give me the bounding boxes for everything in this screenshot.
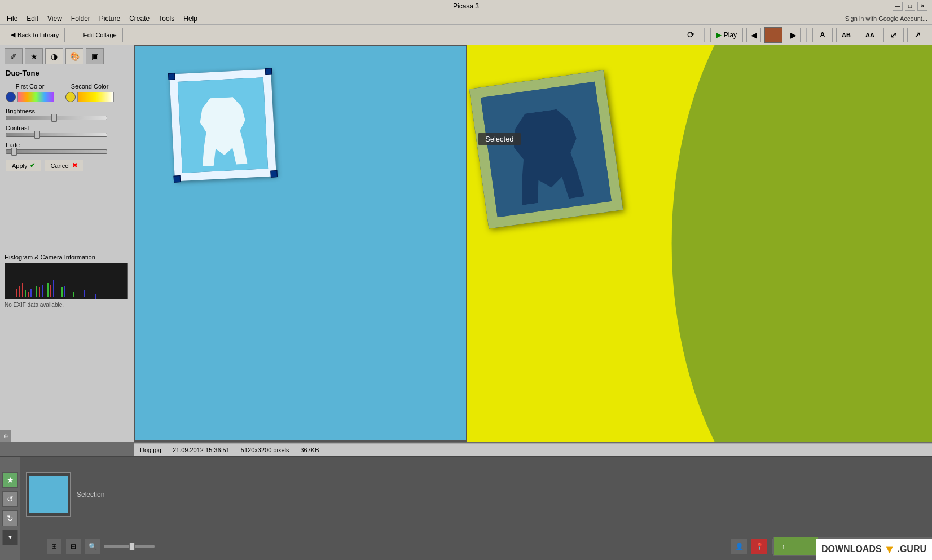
apply-button[interactable]: Apply ✔	[6, 160, 41, 171]
tool-tab-extra[interactable]: ▣	[86, 48, 104, 64]
svg-rect-5	[50, 285, 51, 297]
left-panel: ✐ ★ ◑ 🎨 ▣ Duo-Tone First Color Second Co…	[0, 45, 134, 442]
back-icon: ◀	[11, 31, 15, 38]
prev-button[interactable]: ◀	[746, 28, 761, 42]
status-datetime: 21.09.2012 15:36:51	[173, 447, 230, 453]
svg-rect-1	[19, 286, 20, 297]
x-icon: ✖	[72, 162, 77, 169]
app-title: Picasa 3	[453, 2, 479, 10]
menu-tools[interactable]: Tools	[154, 14, 179, 24]
filmstrip-refresh-icon[interactable]: ↻	[2, 510, 18, 526]
toolbar-separator-2	[704, 28, 705, 42]
downloads-badge: DOWNLOADS ▼ .GURU	[816, 539, 932, 560]
first-color-selector[interactable]	[6, 92, 54, 102]
text-style-btn-3[interactable]: AA	[860, 28, 880, 42]
brightness-thumb[interactable]	[51, 114, 57, 122]
sign-in-link[interactable]: Sign in with Google Account...	[845, 15, 927, 22]
close-button[interactable]: ✕	[917, 2, 927, 11]
duotone-title: Duo-Tone	[6, 69, 129, 77]
brightness-section: Brightness	[6, 108, 129, 120]
tool-tab-tuning[interactable]: ★	[25, 48, 43, 64]
menu-view[interactable]: View	[43, 14, 67, 24]
status-filesize: 367KB	[300, 447, 319, 453]
second-color-group: Second Color	[65, 83, 114, 102]
action-buttons: Apply ✔ Cancel ✖	[6, 160, 129, 171]
svg-rect-13	[53, 280, 54, 297]
share-btn[interactable]: ↗	[907, 28, 927, 42]
tool-tabs: ✐ ★ ◑ 🎨 ▣	[0, 45, 134, 64]
sync-icon[interactable]: ⟳	[684, 28, 698, 42]
text-style-btn-1[interactable]: A	[812, 28, 833, 42]
minimize-button[interactable]: —	[893, 2, 903, 11]
tool-tab-basic[interactable]: ✐	[5, 48, 23, 64]
histogram-panel: Histogram & Camera Information	[0, 250, 134, 323]
status-bar: Dog.jpg 21.09.2012 15:36:51 5120x3200 pi…	[134, 443, 932, 456]
filmstrip-rotate-icon[interactable]: ↺	[2, 491, 18, 507]
corner-handle-tl[interactable]	[168, 73, 175, 80]
grid-view-btn[interactable]: ⊟	[65, 539, 81, 554]
first-color-swatch[interactable]	[6, 92, 16, 102]
check-icon: ✔	[30, 162, 35, 169]
contrast-track[interactable]	[6, 133, 107, 137]
menu-folder[interactable]: Folder	[67, 14, 95, 24]
menu-file[interactable]: File	[2, 14, 22, 24]
window-controls[interactable]: — □ ✕	[893, 2, 927, 11]
film-thumbnail[interactable]	[26, 472, 71, 517]
fade-section: Fade	[6, 142, 129, 154]
corner-handle-bl[interactable]	[174, 175, 181, 183]
menu-help[interactable]: Help	[179, 14, 202, 24]
svg-rect-10	[73, 292, 74, 297]
tool-tab-active[interactable]: 🎨	[65, 48, 83, 64]
next-button[interactable]: ▶	[786, 28, 801, 42]
titlebar: Picasa 3 — □ ✕	[0, 0, 932, 12]
second-color-gradient[interactable]	[77, 92, 114, 102]
thumbnail-view-btn[interactable]: ⊞	[46, 539, 62, 554]
cancel-button[interactable]: Cancel ✖	[45, 160, 83, 171]
face-detect-icon[interactable]: 👤	[731, 539, 747, 554]
toolbar-separator-3	[806, 28, 807, 42]
filmstrip: ★ ↺ ↻ ▼ Selection ⊞ ⊟ 🔍 👤 📍 🏷 ℹ	[0, 456, 932, 560]
play-button[interactable]: ▶ Play	[710, 28, 743, 42]
svg-rect-14	[64, 286, 65, 297]
second-color-selector[interactable]	[65, 92, 114, 102]
svg-rect-12	[42, 285, 43, 297]
filmstrip-content: Selection	[20, 457, 932, 532]
second-color-swatch[interactable]	[65, 92, 76, 102]
menu-picture[interactable]: Picture	[95, 14, 125, 24]
contrast-label: Contrast	[6, 125, 129, 131]
filmstrip-side-icons: ★ ↺ ↻ ▼	[0, 457, 20, 560]
first-color-group: First Color	[6, 83, 54, 102]
right-image-panel	[467, 45, 932, 442]
text-style-btn-2[interactable]: AB	[836, 28, 856, 42]
zoom-slider[interactable]	[104, 545, 155, 548]
filmstrip-upload-icon[interactable]: ★	[2, 472, 18, 488]
second-color-label: Second Color	[71, 83, 109, 90]
menubar: File Edit View Folder Picture Create Too…	[0, 12, 932, 25]
menu-edit[interactable]: Edit	[22, 14, 43, 24]
contrast-thumb[interactable]	[34, 131, 40, 139]
brightness-track[interactable]	[6, 116, 107, 120]
dog-silhouette-left	[194, 96, 253, 166]
zoom-icon[interactable]: 🔍	[85, 539, 100, 554]
corner-handle-br[interactable]	[270, 170, 278, 178]
fade-track[interactable]	[6, 149, 107, 154]
brightness-label: Brightness	[6, 108, 129, 114]
maximize-button[interactable]: □	[905, 2, 915, 11]
bottom-left-icon[interactable]: ⊕	[0, 430, 11, 442]
corner-handle-tr[interactable]	[265, 68, 272, 75]
color-section: First Color Second Color	[6, 83, 129, 102]
downloads-guru-text: .GURU	[897, 544, 926, 554]
tool-tab-effects[interactable]: ◑	[45, 48, 63, 64]
upload-button[interactable]: ↑	[773, 537, 819, 556]
back-to-library-button[interactable]: ◀ Back to Library	[5, 28, 65, 42]
first-color-gradient[interactable]	[17, 92, 54, 102]
svg-rect-4	[39, 287, 40, 297]
menu-create[interactable]: Create	[125, 14, 154, 24]
location-icon[interactable]: 📍	[751, 539, 767, 554]
filmstrip-dropdown-icon[interactable]: ▼	[2, 530, 18, 545]
histogram-title: Histogram & Camera Information	[5, 254, 130, 261]
resize-btn[interactable]: ⤢	[883, 28, 904, 42]
zoom-slider-thumb[interactable]	[129, 543, 135, 550]
fade-thumb[interactable]	[11, 148, 17, 156]
edit-collage-button[interactable]: Edit Collage	[77, 28, 122, 42]
